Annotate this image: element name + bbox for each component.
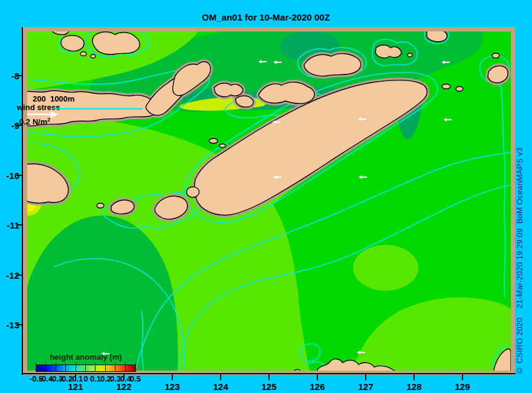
lon-tick <box>220 374 221 380</box>
colorbar-tick <box>56 363 56 372</box>
lat-label: -9 <box>1 120 19 131</box>
colorbar-tick <box>65 363 66 372</box>
lon-tick <box>365 374 366 380</box>
lat-label: -10 <box>1 171 19 181</box>
lon-label: 124 <box>213 382 228 392</box>
colorbar-tick <box>105 363 106 372</box>
wind-reference-label: 0.2 N/m2 <box>19 117 50 126</box>
colorbar-tick <box>45 363 46 372</box>
lon-label: 128 <box>406 382 421 392</box>
island-dot-6 <box>456 86 463 91</box>
wind-ref-value: 0.2 N/m <box>19 117 47 126</box>
lon-label: 125 <box>261 382 276 392</box>
plot-title: OM_an01 for 10-Mar-2020 00Z <box>0 12 532 22</box>
contour-sample-line <box>53 108 142 109</box>
island-semau <box>187 187 199 197</box>
lon-label: 129 <box>455 382 470 392</box>
lon-tick <box>268 374 270 380</box>
island-dot-5 <box>442 84 450 89</box>
colorbar <box>36 365 136 372</box>
island-dot-3 <box>407 53 412 57</box>
island-dot-2 <box>91 54 96 58</box>
colorbar-label: 0 <box>83 374 88 383</box>
lon-label: 127 <box>358 382 373 392</box>
lon-tick <box>172 374 173 380</box>
island-top-center <box>304 54 361 76</box>
credit-text: © CSIRO 2020 21-Mar-2020 19:29:09 BoM Oc… <box>515 149 524 375</box>
colorbar-title: height anomaly (m) <box>31 352 140 362</box>
colorbar-label: 0.3 <box>110 374 121 383</box>
wind-stress-label: wind stress <box>17 103 60 112</box>
island-dot-8 <box>219 144 225 148</box>
lat-label: -13 <box>1 320 19 330</box>
island-small-1 <box>214 83 243 97</box>
colorbar-tick <box>76 363 76 372</box>
island-top-left-b <box>61 36 84 51</box>
island-top-cluster <box>92 32 140 54</box>
colorbar-tick <box>36 363 36 372</box>
lat-label: -11 <box>1 220 19 230</box>
island-dot-7 <box>209 138 218 143</box>
island-raijua <box>97 203 104 208</box>
oceanmaps-plot: { "title": "OM_an01 for 10-Mar-2020 00Z"… <box>0 0 532 393</box>
colorbar-tick <box>135 363 136 372</box>
map-svg <box>23 27 515 375</box>
y-axis-line <box>22 27 23 375</box>
colorbar-tick <box>115 363 115 372</box>
colorbar-tick <box>125 363 126 372</box>
lat-label: -8 <box>1 71 19 81</box>
colorbar-label: -0.1 <box>70 374 83 383</box>
island-dot-4 <box>492 53 499 58</box>
colorbar-label: 0.1 <box>90 374 101 383</box>
wind-ref-sup: 2 <box>47 117 50 123</box>
lon-tick <box>317 374 318 380</box>
colorbar-tick <box>85 363 86 372</box>
lon-tick <box>414 374 415 380</box>
lon-label: 123 <box>164 382 180 392</box>
colorbar-tick <box>95 363 96 372</box>
lon-tick <box>462 374 463 380</box>
colorbar-label: 0.5 <box>130 374 141 383</box>
lime-eddy <box>353 245 418 291</box>
map-canvas <box>23 27 515 375</box>
lon-label: 126 <box>310 382 325 392</box>
island-dot-1 <box>80 52 86 56</box>
depth-contour-label: 200 1000m <box>33 94 74 103</box>
lat-label: -12 <box>1 270 19 281</box>
